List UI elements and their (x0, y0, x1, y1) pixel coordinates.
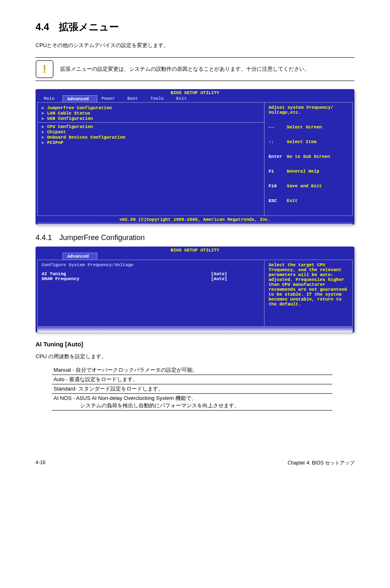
item-lan-cable: LAN Cable Status (47, 111, 90, 116)
bios-menu-bar: Main Advanced Power Boot Tools Exit (36, 95, 354, 102)
bios-left-pane: ▶ Jumperfree Configuration ▶ LAN Cable S… (38, 103, 264, 215)
menu-boot: Boot (123, 95, 146, 102)
options-table: Manual - 自分でオーバークロックパラメータの設定が可能。 Auto - … (52, 366, 332, 411)
bios-jumperfree-screenshot: BIOS SETUP UTILITY Main Advanced Configu… (36, 247, 354, 332)
option-manual: Manual - 自分でオーバークロックパラメータの設定が可能。 (52, 366, 332, 375)
bios2-right-pane: Select the target CPU frequency, and the… (264, 260, 352, 326)
option-ainos: AI NOS - ASUS AI Non-delay Overclocking … (52, 394, 332, 411)
bios2-left-pane: Configure System Frequency/Voltage AI Tu… (38, 260, 264, 326)
item-onboard-devices: Onboard Devices Configuration (47, 135, 125, 140)
intro-text: CPUとその他のシステムデバイスの設定を変更します。 (36, 42, 354, 49)
bios2-help-text: Select the target CPU frequency, and the… (269, 263, 348, 307)
item-usb-config: USB Configuration (47, 116, 93, 121)
warning-icon: ! (36, 60, 54, 78)
bios2-menu-bar: Main Advanced (36, 253, 354, 260)
subsection-heading: 4.4.1 JumperFree Configuration (36, 233, 354, 242)
ai-tuning-row-value: [Auto] (211, 272, 260, 276)
chapter-label: Chapter 4: BIOS セットアップ (288, 460, 354, 467)
option-standard: Standard- スタンダード設定をロードします。 (52, 384, 332, 394)
configure-header: Configure System Frequency/Voltage (42, 263, 260, 267)
bios2-title: BIOS SETUP UTILITY (36, 247, 354, 253)
menu-main: Main (40, 95, 63, 102)
menu-tools: Tools (146, 95, 172, 102)
warning-text: 拡張メニューの設定変更は、システムの誤動作の原因となることがあります。十分に注意… (60, 65, 310, 73)
dram-freq-row-value: [Auto] (211, 276, 260, 281)
menu-advanced: Advanced (63, 95, 97, 102)
menu-exit: Exit (172, 95, 195, 102)
bios-advanced-screenshot: BIOS SETUP UTILITY Main Advanced Power B… (36, 89, 354, 224)
ai-tuning-desc: CPU の周波数を設定します。 (36, 353, 354, 360)
warning-callout: ! 拡張メニューの設定変更は、システムの誤動作の原因となることがあります。十分に… (36, 57, 354, 81)
bios-key-legend: ←→ Select Screen ↑↓ Select Item Enter Go… (269, 115, 348, 213)
dram-freq-row-name: DRAM Frequency (42, 276, 211, 281)
section-heading: 4.4 拡張メニュー (36, 20, 354, 34)
bios-footer: v02.58 (C)Copyright 1985-2006, American … (37, 216, 353, 224)
menu-power: Power (97, 95, 123, 102)
page-number: 4-16 (36, 460, 45, 467)
item-cpu-config: CPU Configuration (47, 124, 93, 129)
bios-help-text: Adjust system Frequency/ Voltage,etc. (269, 105, 348, 115)
ai-tuning-row-name: AI Tuning (42, 272, 211, 276)
menu-advanced-2: Advanced (63, 253, 97, 260)
option-auto: Auto - 最適な設定をロードします。 (52, 375, 332, 384)
item-pcipnp: PCIPnP (47, 140, 63, 145)
bios-right-pane: Adjust system Frequency/ Voltage,etc. ←→… (264, 103, 352, 215)
ai-tuning-heading: AI Tuning [Auto] (36, 341, 354, 348)
item-chipset: Chipset (47, 130, 66, 135)
bios-title: BIOS SETUP UTILITY (36, 89, 354, 95)
item-jumperfree: Jumperfree Configuration (47, 105, 112, 110)
